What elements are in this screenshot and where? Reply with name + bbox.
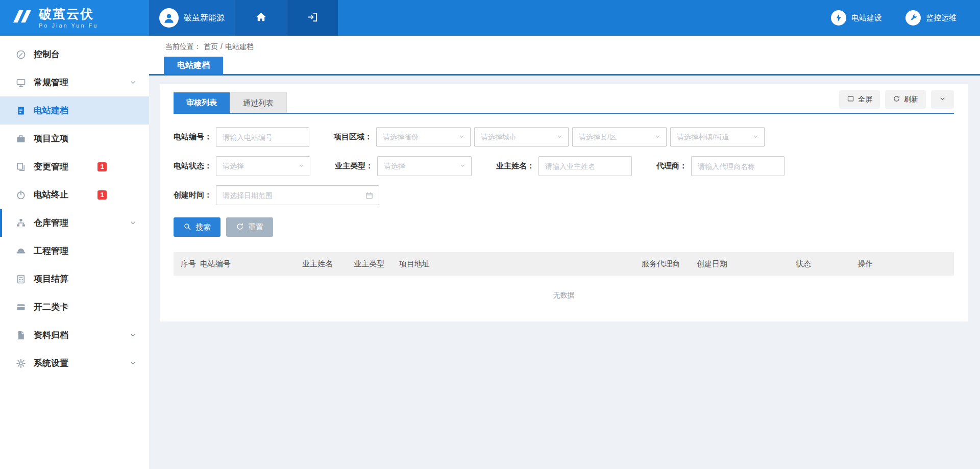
breadcrumb-current: 电站建档 <box>225 42 254 52</box>
calculator-icon <box>15 274 26 284</box>
sidebar-item-label: 变更管理 <box>34 161 68 172</box>
search-label: 搜索 <box>195 223 211 232</box>
owner-type-select[interactable]: 请选择 <box>377 156 472 176</box>
sidebar-item-label: 常规管理 <box>34 77 68 88</box>
dashboard-icon <box>15 49 26 60</box>
agent-label: 代理商： <box>656 161 687 171</box>
empty-state: 无数据 <box>174 276 954 306</box>
fullscreen-label: 全屏 <box>858 95 872 104</box>
briefcase-icon <box>15 133 26 144</box>
logo: 破茧云伏 Po Jian Yun Fu <box>0 0 149 36</box>
fullscreen-button[interactable]: 全屏 <box>839 90 880 109</box>
breadcrumb: 当前位置： 首页 / 电站建档 <box>149 36 980 52</box>
filter-row-1: 电站编号： 项目区域： 请选择省份 <box>174 127 954 147</box>
refresh-icon <box>893 95 900 104</box>
station-status-label: 电站状态： <box>174 161 212 171</box>
power-off-icon <box>15 189 26 200</box>
sidebar-item-change-mgmt[interactable]: 变更管理 1 <box>0 153 149 181</box>
chevron-down-icon <box>458 133 465 142</box>
sidebar-item-label: 开二类卡 <box>34 301 68 313</box>
city-select[interactable]: 请选择城市 <box>474 127 569 147</box>
column-header-create-date: 创建日期 <box>697 259 796 269</box>
sidebar-item-label: 资料归档 <box>34 329 68 341</box>
search-button[interactable]: 搜索 <box>174 217 220 237</box>
collapse-filters-button[interactable] <box>931 90 954 109</box>
refresh-button[interactable]: 刷新 <box>885 90 926 109</box>
column-header-owner-type: 业主类型 <box>354 259 399 269</box>
province-select[interactable]: 请选择省份 <box>376 127 471 147</box>
nav-station-build[interactable]: 电站建设 <box>831 0 882 36</box>
home-button[interactable] <box>235 0 287 36</box>
chevron-down-icon <box>129 219 137 227</box>
breadcrumb-home[interactable]: 首页 <box>204 42 218 52</box>
sidebar-item-data-archive[interactable]: 资料归档 <box>0 321 149 349</box>
home-icon <box>255 11 267 25</box>
filter-region: 项目区域： 请选择省份 请选择城市 <box>334 127 765 147</box>
sidebar-item-system-settings[interactable]: 系统设置 <box>0 349 149 377</box>
results-table: 序号 电站编号 业主姓名 业主类型 项目地址 服务代理商 创建日期 状态 操作 … <box>174 252 954 306</box>
nav-monitor-ops-label: 监控运维 <box>926 13 957 23</box>
district-select[interactable]: 请选择县/区 <box>572 127 667 147</box>
sidebar-item-label: 工程管理 <box>34 245 68 257</box>
helmet-icon <box>15 245 26 256</box>
station-no-input[interactable] <box>216 127 309 147</box>
reset-button[interactable]: 重置 <box>226 217 273 237</box>
owner-type-placeholder: 请选择 <box>384 162 405 171</box>
village-placeholder: 请选择村镇/街道 <box>677 133 729 142</box>
sidebar-item-label: 仓库管理 <box>34 217 68 229</box>
sidebar-item-project-settlement[interactable]: 项目结算 <box>0 265 149 293</box>
nav-monitor-ops[interactable]: 监控运维 <box>905 0 957 36</box>
column-header-actions: 操作 <box>857 259 954 269</box>
user-menu[interactable]: 破茧新能源 <box>149 0 235 36</box>
logo-icon <box>11 8 33 28</box>
station-status-select[interactable]: 请选择 <box>216 156 310 176</box>
page-tab-station-archive[interactable]: 电站建档 <box>164 57 223 74</box>
card-icon <box>15 302 26 312</box>
company-name: 破茧新能源 <box>184 13 225 23</box>
tab-passed-list[interactable]: 通过列表 <box>230 92 287 113</box>
filter-station-status: 电站状态： 请选择 <box>174 156 310 176</box>
sidebar-item-label: 电站终止 <box>34 189 68 201</box>
chevron-down-icon <box>129 331 137 339</box>
city-placeholder: 请选择城市 <box>481 133 517 142</box>
avatar <box>159 8 179 28</box>
sidebar-item-engineering-mgmt[interactable]: 工程管理 <box>0 237 149 265</box>
archive-icon <box>15 330 26 340</box>
logo-text: 破茧云伏 Po Jian Yun Fu <box>39 7 98 29</box>
sidebar-item-station-archive[interactable]: 电站建档 <box>0 96 149 125</box>
agent-input[interactable] <box>691 156 785 176</box>
chevron-down-icon <box>556 133 563 142</box>
monitor-icon <box>15 77 26 88</box>
header-spacer <box>338 0 831 36</box>
tab-review-list[interactable]: 审核列表 <box>174 92 230 113</box>
table-header: 序号 电站编号 业主姓名 业主类型 项目地址 服务代理商 创建日期 状态 操作 <box>174 252 954 276</box>
sidebar-item-type2-card[interactable]: 开二类卡 <box>0 293 149 321</box>
sidebar-item-console[interactable]: 控制台 <box>0 40 149 68</box>
region-label: 项目区域： <box>334 132 372 142</box>
breadcrumb-prefix: 当前位置： <box>165 42 201 52</box>
create-time-label: 创建时间： <box>174 190 212 200</box>
owner-name-input[interactable] <box>538 156 632 176</box>
filter-actions: 搜索 重置 <box>174 217 954 237</box>
nav-station-build-label: 电站建设 <box>851 13 882 23</box>
sidebar-item-warehouse-mgmt[interactable]: 仓库管理 <box>0 209 149 237</box>
chevron-down-icon <box>459 162 466 171</box>
sidebar-item-project-initiation[interactable]: 项目立项 <box>0 125 149 153</box>
column-header-station-no: 电站编号 <box>200 259 302 269</box>
filter-panel: 电站编号： 项目区域： 请选择省份 <box>174 114 954 205</box>
top-strip: 当前位置： 首页 / 电站建档 电站建档 <box>149 36 980 76</box>
column-header-index: 序号 <box>181 259 200 269</box>
date-range-input[interactable] <box>216 185 379 205</box>
sidebar-item-general-mgmt[interactable]: 常规管理 <box>0 68 149 96</box>
sidebar-item-label: 控制台 <box>34 48 60 60</box>
copy-icon <box>15 161 26 172</box>
column-header-owner-name: 业主姓名 <box>302 259 354 269</box>
filter-row-2: 电站状态： 请选择 业主类型： 请选择 <box>174 156 954 176</box>
logout-button[interactable] <box>287 0 338 36</box>
filter-agent: 代理商： <box>656 156 785 176</box>
reset-label: 重置 <box>248 223 263 232</box>
village-select[interactable]: 请选择村镇/街道 <box>670 127 765 147</box>
chevron-down-icon <box>129 359 137 367</box>
chevron-down-icon <box>654 133 661 142</box>
sidebar-item-station-termination[interactable]: 电站终止 1 <box>0 181 149 209</box>
